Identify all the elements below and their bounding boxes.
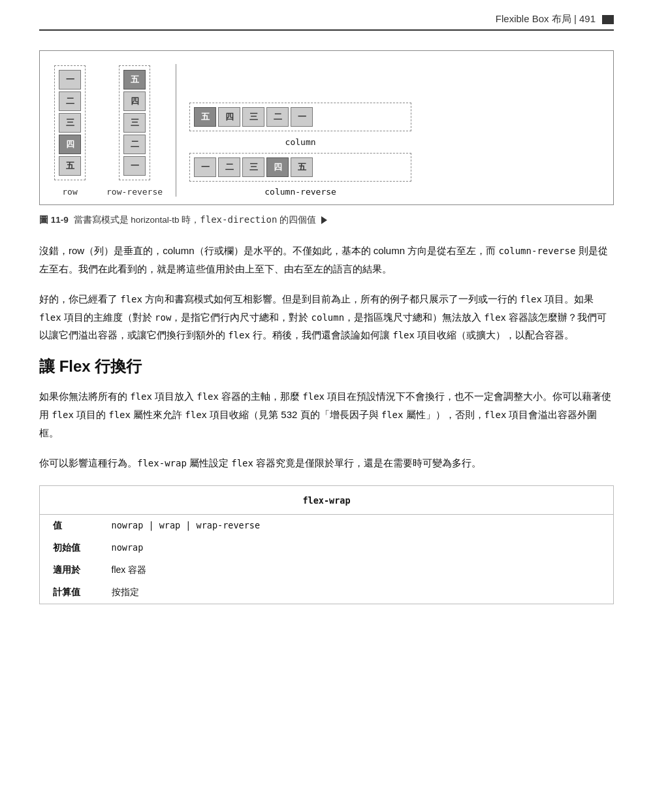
table-row-value: 值 nowrap | wrap | wrap-reverse — [40, 514, 614, 537]
column-top-row: 五 四 三 二 一 — [189, 103, 411, 131]
header-bar-icon — [602, 15, 614, 24]
page-container: Flexible Box 布局 | 491 一 二 三 四 五 row 五 — [0, 0, 653, 630]
table-cell-initial: nowrap — [99, 537, 614, 559]
table-cell-applies: flex 容器 — [99, 559, 614, 581]
flex-item-dark: 五 — [194, 107, 216, 127]
flex-item: 二 — [123, 135, 146, 154]
divider — [176, 64, 176, 197]
flex-item: 四 — [218, 107, 240, 127]
paragraph-1: 沒錯，row（列）是垂直的，column（行或欄）是水平的。不僅如此，基本的 c… — [39, 242, 614, 278]
table-label-initial: 初始值 — [40, 537, 99, 559]
diagram-row-section: 一 二 三 四 五 row — [53, 64, 87, 197]
table-label-applies: 適用於 — [40, 559, 99, 581]
table-row-computed: 計算值 按指定 — [40, 581, 614, 604]
section-heading: 讓 Flex 行換行 — [39, 356, 614, 377]
flex-wrap-table: flex-wrap 值 nowrap | wrap | wrap-reverse… — [39, 485, 614, 604]
paragraph-2: 好的，你已經看了 flex 方向和書寫模式如何互相影響。但是到目前為止，所有的例… — [39, 290, 614, 345]
flex-item: 五 — [59, 156, 81, 176]
table-title-row: flex-wrap — [40, 485, 614, 514]
flex-item: 一 — [291, 107, 313, 127]
flex-item-dark: 四 — [59, 135, 81, 154]
page-title: Flexible Box 布局 | 491 — [496, 13, 596, 25]
flex-direction-diagram: 一 二 三 四 五 row 五 四 三 二 一 row-reverse — [39, 50, 614, 205]
row-flex-demo: 一 二 三 四 五 — [54, 65, 86, 180]
table-cell-computed: 按指定 — [99, 581, 614, 604]
right-diagram-section: 五 四 三 二 一 column 一 二 三 四 五 column-revers… — [189, 103, 411, 197]
row-reverse-flex-demo: 五 四 三 二 一 — [119, 65, 150, 180]
row-reverse-label: row-reverse — [106, 187, 163, 197]
section-paragraph-2: 你可以影響這種行為。flex-wrap 屬性設定 flex 容器究竟是僅限於單行… — [39, 454, 614, 472]
page-header: Flexible Box 布局 | 491 — [39, 13, 614, 31]
caption-number: 圖 11-9 — [39, 214, 69, 226]
flex-item: 三 — [242, 157, 264, 177]
left-diagram-sections: 一 二 三 四 五 row 五 四 三 二 一 row-reverse — [53, 64, 163, 197]
flex-item-dark: 四 — [266, 157, 289, 177]
flex-item: 二 — [59, 91, 81, 111]
column-bottom-row: 一 二 三 四 五 — [189, 153, 411, 182]
diagram-row-reverse-section: 五 四 三 二 一 row-reverse — [106, 64, 163, 197]
column-label: column — [189, 134, 411, 150]
table-row-initial: 初始值 nowrap — [40, 537, 614, 559]
flex-item: 二 — [218, 157, 240, 177]
table-row-applies: 適用於 flex 容器 — [40, 559, 614, 581]
figure-caption: 圖 11-9 當書寫模式是 horizontal-tb 時，flex-direc… — [39, 214, 614, 226]
caption-arrow-icon — [321, 216, 327, 224]
caption-text: 當書寫模式是 horizontal-tb 時，flex-direction 的四… — [71, 214, 316, 226]
table-cell-value: nowrap | wrap | wrap-reverse — [99, 514, 614, 537]
table-label-computed: 計算值 — [40, 581, 99, 604]
flex-item: 一 — [59, 70, 81, 89]
row-label: row — [62, 187, 77, 197]
flex-item: 一 — [194, 157, 216, 177]
flex-item: 四 — [123, 91, 146, 111]
flex-item: 五 — [291, 157, 313, 177]
flex-item: 一 — [123, 156, 146, 176]
flex-item: 二 — [266, 107, 289, 127]
flex-item: 三 — [59, 113, 81, 133]
table-label-value: 值 — [40, 514, 99, 537]
flex-item-dark: 五 — [123, 70, 146, 89]
table-title: flex-wrap — [40, 485, 614, 514]
section-paragraph-1: 如果你無法將所有的 flex 項目放入 flex 容器的主軸，那麼 flex 項… — [39, 387, 614, 442]
flex-item: 三 — [123, 113, 146, 133]
column-reverse-label: column-reverse — [189, 187, 411, 197]
flex-item: 三 — [242, 107, 264, 127]
